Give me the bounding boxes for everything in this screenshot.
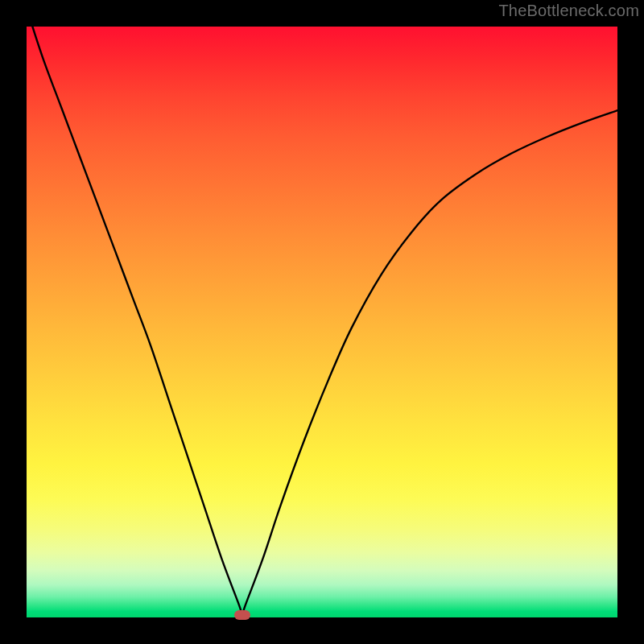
- minimum-marker: [234, 610, 250, 620]
- plot-area: [27, 27, 617, 617]
- bottleneck-curve-path: [32, 27, 617, 615]
- chart-frame: TheBottleneck.com: [0, 0, 644, 644]
- watermark-label: TheBottleneck.com: [498, 2, 639, 20]
- bottleneck-curve-svg: [27, 27, 617, 617]
